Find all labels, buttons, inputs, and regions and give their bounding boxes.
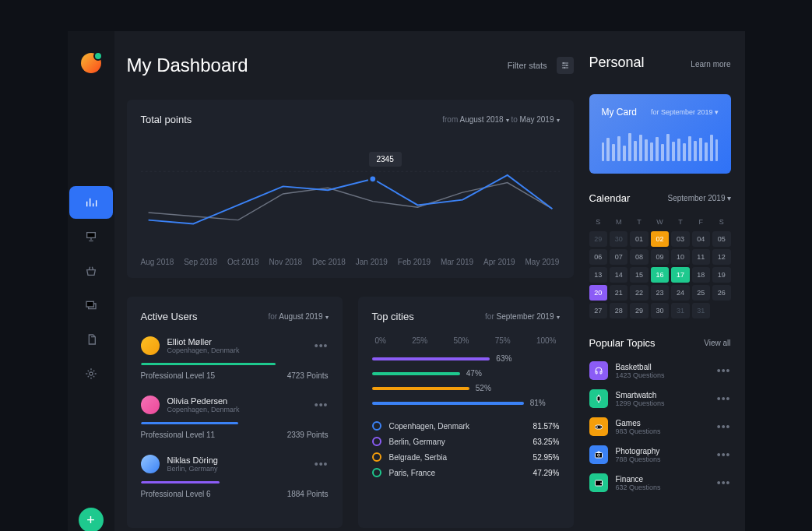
user-avatar[interactable]	[141, 336, 160, 355]
x-label: May 2019	[526, 258, 560, 266]
user-name: Elliot Møller	[167, 337, 307, 346]
headphones-icon	[589, 361, 608, 380]
cal-day[interactable]: 05	[712, 231, 730, 247]
nav-presentation[interactable]	[69, 220, 113, 253]
cal-day[interactable]: 28	[610, 303, 627, 318]
x-label: Oct 2018	[227, 258, 259, 266]
calendar-month-dropdown[interactable]: September 2019	[668, 194, 731, 202]
more-button[interactable]: •••	[717, 420, 731, 433]
cal-day[interactable]: 25	[692, 285, 710, 301]
svg-rect-9	[595, 425, 602, 429]
main-header: My Dashboard Filter stats	[127, 55, 574, 76]
cal-day[interactable]: 04	[692, 231, 710, 247]
cal-day[interactable]: 10	[671, 249, 689, 265]
add-button[interactable]: +	[79, 508, 104, 531]
city-row: Berlin, Germany 63.25%	[372, 437, 560, 446]
user-location: Copenhagen, Denmark	[167, 406, 307, 413]
cal-day[interactable]: 29	[589, 231, 607, 247]
x-label: Feb 2019	[398, 258, 431, 266]
active-users-card: Active Users for August 2019 Elliot Møll…	[127, 297, 343, 528]
cal-day[interactable]: 13	[589, 267, 607, 283]
topic-row[interactable]: Games 983 Questions •••	[589, 417, 731, 436]
mycard-title: My Card	[602, 107, 637, 118]
filter-stats-link[interactable]: Filter stats	[508, 61, 547, 70]
user-avatar[interactable]	[141, 396, 160, 414]
cal-day[interactable]: 01	[630, 231, 648, 247]
topic-row[interactable]: Photography 788 Questions •••	[589, 445, 731, 464]
mycard-date-dropdown[interactable]: for September 2019	[651, 108, 719, 116]
cal-day[interactable]: 26	[712, 285, 730, 301]
main-content: My Dashboard Filter stats Total points f…	[114, 31, 589, 531]
cal-day[interactable]: 21	[610, 285, 627, 301]
cal-day[interactable]: 22	[630, 285, 648, 301]
learn-more-link[interactable]: Learn more	[691, 60, 730, 69]
cal-day[interactable]: 17	[671, 267, 689, 283]
more-button[interactable]: •••	[315, 399, 329, 411]
top-cities-date-dropdown[interactable]: September 2019	[497, 312, 560, 321]
cal-day[interactable]: 14	[610, 267, 627, 283]
more-button[interactable]: •••	[315, 458, 329, 470]
city-bar: 52%	[372, 384, 560, 392]
calendar: Calendar September 2019 SMTWTFS293001020…	[589, 192, 731, 318]
watch-icon	[589, 389, 608, 408]
cal-day[interactable]: 29	[630, 303, 648, 318]
user-location: Berlin, Germany	[167, 465, 307, 473]
svg-rect-1	[86, 301, 93, 307]
cal-day[interactable]: 03	[671, 231, 689, 247]
svg-point-13	[597, 454, 599, 456]
cal-day[interactable]: 02	[651, 231, 669, 247]
x-axis: Aug 2018Sep 2018Oct 2018Nov 2018Dec 2018…	[141, 258, 560, 266]
topic-row[interactable]: Smartwatch 1299 Questions •••	[589, 389, 731, 408]
cal-day[interactable]: 20	[589, 285, 607, 301]
camera-icon	[589, 445, 608, 464]
cal-day[interactable]: 31	[671, 303, 689, 318]
cal-day[interactable]: 15	[630, 267, 648, 283]
x-label: Jan 2019	[356, 258, 388, 266]
cal-day[interactable]: 18	[692, 267, 710, 283]
nav-messages[interactable]	[69, 289, 113, 322]
chart-tooltip: 2345	[369, 152, 402, 167]
more-button[interactable]: •••	[717, 476, 731, 489]
nav-documents[interactable]	[69, 323, 113, 356]
cal-day[interactable]: 24	[671, 285, 689, 301]
cal-day[interactable]: 12	[712, 249, 730, 265]
cal-day[interactable]: 19	[712, 267, 730, 283]
my-card: My Card for September 2019	[589, 94, 731, 174]
more-button[interactable]: •••	[717, 392, 731, 405]
more-button[interactable]: •••	[315, 339, 329, 352]
cal-day[interactable]: 11	[692, 249, 710, 265]
cal-day[interactable]: 08	[630, 249, 648, 265]
cal-day[interactable]: 06	[589, 249, 607, 265]
nav-settings[interactable]	[69, 357, 113, 390]
page-title: My Dashboard	[127, 55, 248, 76]
topic-row[interactable]: Basketball 1423 Questions •••	[589, 361, 731, 380]
view-all-link[interactable]: View all	[704, 339, 730, 347]
avatar[interactable]	[81, 53, 101, 73]
topics-title: Popular Topics	[589, 337, 656, 349]
more-button[interactable]: •••	[717, 448, 731, 461]
filter-button[interactable]	[557, 57, 574, 74]
x-label: Nov 2018	[269, 258, 302, 266]
cal-day[interactable]: 23	[651, 285, 669, 301]
from-date-dropdown[interactable]: August 2018	[460, 115, 509, 124]
cal-day[interactable]: 31	[692, 303, 710, 318]
city-row: Paris, France 47.29%	[372, 468, 560, 477]
nav-basket[interactable]	[69, 255, 113, 287]
active-users-date-dropdown[interactable]: August 2019	[279, 312, 328, 321]
user-avatar[interactable]	[141, 455, 160, 473]
cal-day[interactable]: 27	[589, 303, 607, 318]
cal-day[interactable]: 16	[651, 267, 669, 283]
svg-rect-0	[86, 233, 95, 238]
cal-day[interactable]: 30	[651, 303, 669, 318]
cal-day[interactable]: 09	[651, 249, 669, 265]
more-button[interactable]: •••	[717, 364, 731, 377]
cal-day[interactable]: 30	[610, 231, 627, 247]
nav-dashboard[interactable]	[69, 186, 113, 219]
user-level: Professional Level 6	[141, 490, 211, 498]
cal-dow: T	[630, 215, 648, 229]
to-date-dropdown[interactable]: May 2019	[520, 115, 560, 124]
svg-point-7	[369, 175, 377, 183]
topic-row[interactable]: Finance 632 Questions •••	[589, 473, 731, 492]
cal-day[interactable]: 07	[610, 249, 627, 265]
chart-icon	[85, 196, 97, 209]
